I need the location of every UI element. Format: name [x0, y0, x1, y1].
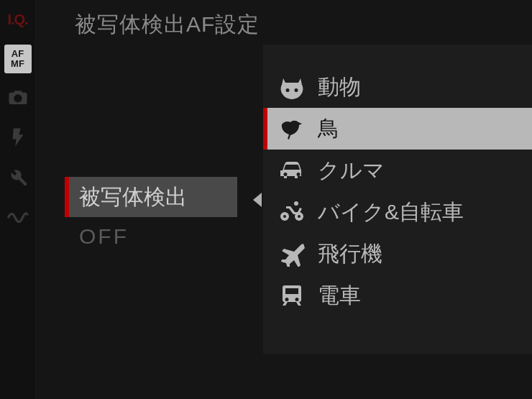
tab-setup[interactable] — [3, 164, 33, 194]
submenu-item-train[interactable]: 電車 — [263, 275, 532, 316]
subject-submenu: 動物 鳥 クルマ バイク&自転車 飛行機 — [263, 45, 532, 354]
submenu-pointer-icon — [253, 193, 262, 207]
submenu-item-bike-label: バイク&自転車 — [318, 198, 464, 227]
plane-icon — [276, 239, 308, 268]
camera-icon — [7, 86, 29, 111]
submenu-item-animal-label: 動物 — [318, 73, 361, 102]
page-title: 被写体検出AF設定 — [75, 10, 260, 40]
tab-flash[interactable] — [3, 124, 33, 154]
tab-network[interactable] — [3, 204, 33, 234]
wave-icon — [7, 207, 29, 231]
submenu-item-bike[interactable]: バイク&自転車 — [263, 191, 532, 233]
submenu-item-animal[interactable]: 動物 — [263, 66, 532, 108]
menu-item-subject-detect-label: 被写体検出 — [79, 183, 187, 212]
submenu-item-bird[interactable]: 鳥 — [263, 108, 532, 150]
menu-item-off[interactable]: OFF — [79, 224, 129, 249]
tab-afmf-bottom: MF — [11, 59, 24, 69]
tab-afmf-top: AF — [12, 49, 24, 59]
submenu-item-plane[interactable]: 飛行機 — [263, 233, 532, 275]
left-tabbar: I.Q. AF MF — [0, 0, 36, 399]
submenu-item-car[interactable]: クルマ — [263, 150, 532, 191]
submenu-item-bird-label: 鳥 — [318, 114, 339, 144]
submenu-item-car-label: クルマ — [318, 156, 385, 185]
bike-icon — [276, 198, 308, 226]
animal-icon — [276, 73, 308, 101]
main-panel: 被写体検出AF設定 被写体検出 OFF 動物 鳥 クルマ — [36, 0, 532, 399]
wrench-icon — [7, 167, 29, 191]
menu-item-subject-detect[interactable]: 被写体検出 — [65, 177, 237, 217]
train-icon — [276, 281, 308, 310]
tab-afmf[interactable]: AF MF — [4, 45, 32, 73]
tab-iq[interactable]: I.Q. — [3, 4, 33, 35]
car-icon — [276, 156, 308, 185]
submenu-item-train-label: 電車 — [318, 281, 361, 311]
tab-camera[interactable] — [3, 83, 33, 114]
bird-icon — [276, 114, 308, 143]
flash-icon — [7, 127, 29, 151]
submenu-item-plane-label: 飛行機 — [318, 239, 382, 269]
